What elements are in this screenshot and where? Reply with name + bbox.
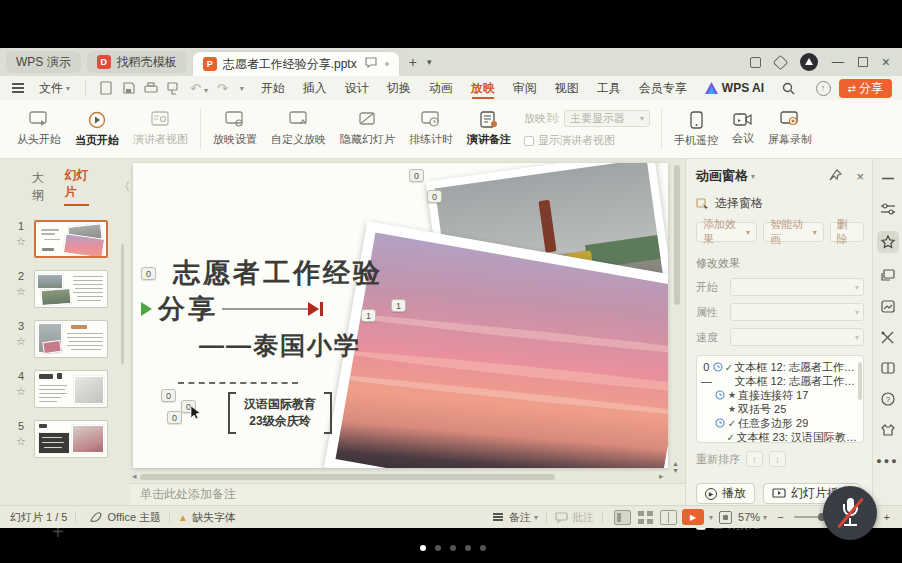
reading-view-button[interactable] bbox=[660, 510, 677, 525]
more-options-icon[interactable]: ●●● bbox=[877, 452, 899, 470]
help-icon[interactable]: ? bbox=[877, 390, 899, 408]
print-icon[interactable] bbox=[144, 82, 158, 95]
tab-outline[interactable]: 大纲 bbox=[32, 170, 48, 204]
tab-slides[interactable]: 幻灯片 bbox=[64, 167, 89, 206]
restore-button[interactable] bbox=[858, 57, 868, 67]
notes-toggle[interactable]: 备注 bbox=[509, 510, 531, 525]
menu-file[interactable]: 文件 ▾ bbox=[30, 76, 79, 100]
slide-thumbnail-1[interactable] bbox=[34, 220, 108, 258]
start-select[interactable]: ▾ bbox=[730, 278, 864, 296]
animation-item[interactable]: 0 ✓ 文本框 12: 志愿者工作经验... bbox=[701, 360, 861, 374]
rehearse-timing-button[interactable]: 排练计时 bbox=[402, 103, 460, 155]
animation-pane-icon[interactable] bbox=[877, 231, 899, 253]
zoom-chevron-icon[interactable]: ▾ bbox=[763, 513, 767, 522]
menu-item-transition[interactable]: 切换 bbox=[378, 76, 420, 100]
custom-slideshow-button[interactable]: 自定义放映 bbox=[264, 103, 333, 155]
slideshow-settings-button[interactable]: 放映设置 bbox=[206, 103, 264, 155]
slide-thumbnail-4[interactable] bbox=[34, 370, 108, 408]
phone-remote-button[interactable]: 手机遥控 bbox=[667, 103, 725, 155]
start-from-beginning-button[interactable]: 从头开始 bbox=[10, 103, 68, 155]
collapse-sidebar-icon[interactable] bbox=[877, 169, 899, 187]
comment-bubble-icon[interactable] bbox=[365, 57, 377, 71]
property-select[interactable]: ▾ bbox=[730, 303, 864, 321]
microphone-muted-button[interactable] bbox=[823, 486, 877, 540]
anim-order-badge[interactable]: 0 bbox=[427, 190, 442, 203]
menu-item-home[interactable]: 开始 bbox=[252, 76, 294, 100]
docer-cube-icon[interactable] bbox=[773, 54, 789, 70]
minimize-button[interactable]: — bbox=[832, 55, 844, 69]
format-painter-icon[interactable] bbox=[167, 82, 181, 95]
normal-view-button[interactable] bbox=[614, 510, 631, 525]
wps-ai-button[interactable]: WPS AI bbox=[696, 76, 773, 100]
carousel-dot[interactable] bbox=[465, 545, 471, 551]
move-down-button[interactable]: ↓ bbox=[769, 451, 786, 467]
skin-theme-icon[interactable] bbox=[877, 421, 899, 439]
slide-title-line2-group[interactable]: 分享 bbox=[141, 291, 323, 327]
upload-cloud-icon[interactable]: ↑ bbox=[816, 81, 831, 96]
anim-order-badge[interactable]: 1 bbox=[361, 309, 376, 322]
delete-effect-button[interactable]: 删除 bbox=[830, 222, 864, 242]
carousel-dot[interactable] bbox=[480, 545, 486, 551]
zoom-in-button[interactable]: + bbox=[884, 511, 890, 523]
start-from-current-button[interactable]: 当页开始 bbox=[68, 103, 126, 155]
save-icon[interactable] bbox=[122, 81, 135, 95]
menu-item-animation[interactable]: 动画 bbox=[420, 76, 462, 100]
menu-item-design[interactable]: 设计 bbox=[336, 76, 378, 100]
tools-icon[interactable] bbox=[877, 328, 899, 346]
menu-item-tools[interactable]: 工具 bbox=[588, 76, 630, 100]
horizontal-scrollbar[interactable] bbox=[140, 474, 655, 480]
chevron-down-icon[interactable]: ▾ bbox=[751, 172, 755, 181]
hscroll-right-arrow[interactable]: ▸ bbox=[659, 471, 664, 481]
move-up-button[interactable]: ↑ bbox=[746, 451, 763, 467]
smart-animation-button[interactable]: 智能动画▾ bbox=[763, 222, 824, 242]
user-avatar[interactable] bbox=[800, 53, 818, 71]
comment-toggle[interactable]: 批注 bbox=[572, 510, 594, 525]
carousel-dot-active[interactable] bbox=[420, 545, 426, 551]
carousel-dot[interactable] bbox=[450, 545, 456, 551]
menu-item-member[interactable]: 会员专享 bbox=[630, 76, 696, 100]
bracket-textbox[interactable]: 汉语国际教育 23级佘庆玲 bbox=[228, 392, 332, 434]
speed-select[interactable]: ▾ bbox=[730, 328, 864, 346]
slide-thumbnail-5[interactable] bbox=[34, 420, 108, 458]
anim-order-badge[interactable]: 1 bbox=[391, 299, 406, 312]
menu-item-review[interactable]: 审阅 bbox=[504, 76, 546, 100]
close-button[interactable]: × bbox=[882, 54, 890, 70]
more-chevron-icon[interactable]: ▾ bbox=[240, 84, 244, 93]
presenter-view-checkbox[interactable] bbox=[524, 136, 534, 146]
meeting-button[interactable]: 会议 bbox=[725, 103, 761, 155]
theme-name[interactable]: Office 主题 bbox=[107, 510, 161, 525]
slide-canvas[interactable]: 志愿者工作经验 分享 ——泰国小学 汉语国际教育 23级佘庆玲 0 0 0 1 … bbox=[133, 163, 668, 468]
new-tab-button[interactable]: + bbox=[409, 54, 417, 70]
slide-thumbnail-2[interactable] bbox=[34, 270, 108, 308]
contacts-book-icon[interactable] bbox=[877, 359, 899, 377]
missing-font-label[interactable]: 缺失字体 bbox=[192, 510, 236, 525]
slide-subtitle[interactable]: ——泰国小学 bbox=[199, 329, 361, 362]
add-effect-button[interactable]: 添加效果▾ bbox=[696, 222, 757, 242]
search-icon[interactable] bbox=[773, 76, 804, 100]
animation-item[interactable]: ✓ 任意多边形 29 bbox=[701, 416, 861, 430]
chevron-up-icon[interactable]: ▾ bbox=[534, 513, 538, 522]
animation-item[interactable]: ★ 双括号 25 bbox=[701, 402, 861, 416]
layout-mode-icon[interactable] bbox=[750, 57, 761, 68]
new-doc-icon[interactable] bbox=[100, 81, 113, 95]
slide-sorter-view-button[interactable] bbox=[637, 510, 654, 525]
menu-item-view[interactable]: 视图 bbox=[546, 76, 588, 100]
play-options-chevron-icon[interactable]: ▾ bbox=[709, 513, 713, 522]
menu-item-insert[interactable]: 插入 bbox=[294, 76, 336, 100]
collapse-panel-icon[interactable]: 〈 bbox=[119, 179, 130, 194]
redo-icon[interactable]: ↷ bbox=[217, 81, 228, 96]
hscroll-left-arrow[interactable]: ◂ bbox=[132, 471, 137, 481]
pin-icon[interactable] bbox=[829, 169, 842, 182]
animation-item[interactable]: ✓ 文本框 23: 汉语国际教育 2 bbox=[701, 430, 861, 443]
animation-item[interactable]: — 文本框 12: 志愿者工作经验... bbox=[701, 374, 861, 388]
screen-record-button[interactable]: 屏幕录制 bbox=[761, 103, 819, 155]
speaker-notes-button[interactable]: 演讲备注 bbox=[460, 103, 518, 155]
design-resources-icon[interactable] bbox=[877, 297, 899, 315]
slide-thumbnail-3[interactable] bbox=[34, 320, 108, 358]
notes-area[interactable]: 单击此处添加备注 bbox=[130, 483, 685, 505]
menu-item-slideshow[interactable]: 放映 bbox=[462, 76, 504, 100]
tab-presentation-file[interactable]: P 志愿者工作经验分享.pptx bbox=[193, 52, 399, 76]
anim-order-badge[interactable]: 0 bbox=[167, 411, 182, 424]
anim-order-badge[interactable]: 0 bbox=[409, 169, 424, 182]
slide-title-line1[interactable]: 志愿者工作经验 bbox=[173, 255, 383, 291]
